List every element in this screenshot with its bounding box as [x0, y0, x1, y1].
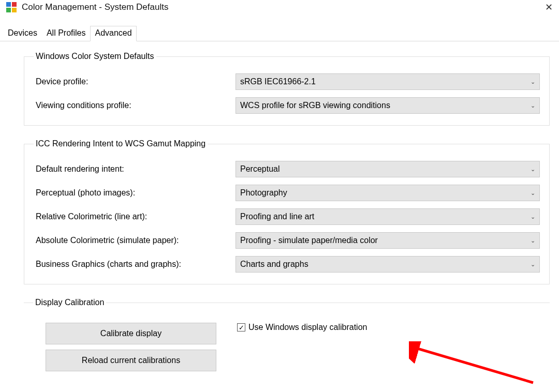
default-rendering-intent-label: Default rendering intent:: [34, 164, 236, 174]
window-title: Color Management - System Defaults: [22, 2, 168, 12]
perceptual-dropdown[interactable]: Photography ⌄: [236, 185, 540, 201]
use-windows-calibration-label: Use Windows display calibration: [248, 323, 367, 332]
calibrate-display-button[interactable]: Calibrate display: [46, 323, 216, 344]
group-icc-mapping-legend: ICC Rendering Intent to WCS Gamut Mappin…: [34, 139, 208, 148]
relative-colorimetric-dropdown[interactable]: Proofing and line art ⌄: [236, 208, 540, 225]
tab-all-profiles[interactable]: All Profiles: [42, 26, 91, 41]
titlebar: Color Management - System Defaults ✕: [0, 0, 559, 15]
svg-rect-3: [12, 8, 17, 12]
chevron-down-icon: ⌄: [531, 237, 535, 244]
chevron-down-icon: ⌄: [531, 166, 535, 173]
device-profile-dropdown[interactable]: sRGB IEC61966-2.1 ⌄: [236, 73, 540, 90]
tab-advanced[interactable]: Advanced: [90, 26, 136, 41]
chevron-down-icon: ⌄: [531, 79, 535, 85]
close-icon[interactable]: ✕: [543, 2, 555, 13]
device-profile-value: sRGB IEC61966-2.1: [240, 77, 316, 86]
use-windows-calibration-checkbox[interactable]: ✓ Use Windows display calibration: [237, 323, 540, 332]
absolute-colorimetric-label: Absolute Colorimetric (simulate paper):: [34, 236, 236, 245]
group-wcs-defaults-legend: Windows Color System Defaults: [34, 52, 156, 61]
group-display-calibration-legend: Display Calibration: [33, 298, 106, 307]
perceptual-label: Perceptual (photo images):: [34, 188, 236, 198]
absolute-colorimetric-value: Proofing - simulate paper/media color: [240, 236, 378, 245]
perceptual-value: Photography: [240, 188, 287, 198]
svg-rect-0: [6, 2, 11, 7]
viewing-conditions-dropdown[interactable]: WCS profile for sRGB viewing conditions …: [236, 97, 540, 114]
reload-calibrations-button[interactable]: Reload current calibrations: [46, 350, 216, 371]
chevron-down-icon: ⌄: [531, 214, 535, 220]
chevron-down-icon: ⌄: [531, 190, 535, 197]
group-icc-mapping: ICC Rendering Intent to WCS Gamut Mappin…: [24, 139, 550, 284]
group-display-calibration: Display Calibration Calibrate display Re…: [24, 298, 550, 371]
svg-rect-1: [12, 2, 17, 7]
tab-content-advanced: Windows Color System Defaults Device pro…: [0, 41, 559, 371]
chevron-down-icon: ⌄: [531, 261, 535, 268]
business-graphics-dropdown[interactable]: Charts and graphs ⌄: [236, 256, 540, 273]
group-wcs-defaults: Windows Color System Defaults Device pro…: [24, 52, 550, 126]
absolute-colorimetric-dropdown[interactable]: Proofing - simulate paper/media color ⌄: [236, 232, 540, 249]
default-rendering-intent-dropdown[interactable]: Perceptual ⌄: [236, 161, 540, 177]
color-management-icon: [6, 2, 17, 12]
tabstrip: Devices All Profiles Advanced: [0, 25, 559, 41]
business-graphics-value: Charts and graphs: [240, 260, 308, 269]
default-rendering-intent-value: Perceptual: [240, 164, 280, 174]
viewing-conditions-value: WCS profile for sRGB viewing conditions: [240, 101, 390, 110]
viewing-conditions-label: Viewing conditions profile:: [34, 101, 236, 110]
relative-colorimetric-value: Proofing and line art: [240, 212, 314, 221]
relative-colorimetric-label: Relative Colorimetric (line art):: [34, 212, 236, 221]
tab-devices[interactable]: Devices: [3, 26, 42, 41]
device-profile-label: Device profile:: [34, 77, 236, 86]
business-graphics-label: Business Graphics (charts and graphs):: [34, 260, 236, 269]
svg-rect-2: [6, 8, 11, 12]
chevron-down-icon: ⌄: [531, 102, 535, 109]
checkbox-icon: ✓: [237, 323, 245, 331]
